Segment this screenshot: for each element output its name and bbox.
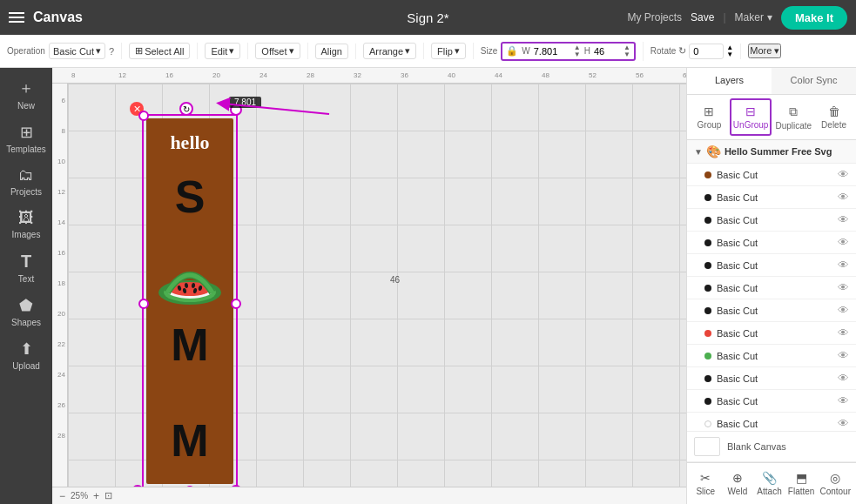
sidebar-item-label-upload: Upload — [12, 361, 40, 371]
layer-color-swatch — [704, 171, 711, 178]
eye-icon[interactable]: 👁 — [838, 417, 849, 430]
upload-icon: ⬆ — [20, 339, 33, 359]
ruler-top: 8 12 16 20 24 28 32 36 40 44 48 52 56 60 — [52, 68, 686, 84]
ungroup-button[interactable]: ⊟ UnGroup — [730, 98, 772, 136]
zoom-in-button[interactable]: + — [93, 490, 99, 502]
select-all-section: ⊞ Select All — [129, 43, 198, 59]
help-icon[interactable]: ? — [109, 46, 114, 57]
ruler-tick: 8 — [71, 71, 75, 79]
group-header[interactable]: ▼ 🎨 Hello Summer Free Svg — [687, 140, 856, 164]
layer-name: Basic Cut — [717, 238, 832, 248]
sidebar-item-images[interactable]: 🖼 Images — [3, 204, 49, 245]
weld-icon: ⊕ — [732, 471, 743, 485]
eye-icon[interactable]: 👁 — [838, 213, 849, 226]
ruler-tick: 28 — [307, 71, 314, 79]
layer-item[interactable]: Basic Cut 👁 — [687, 367, 856, 390]
layer-name: Basic Cut — [717, 351, 832, 361]
my-projects-link[interactable]: My Projects — [627, 11, 682, 24]
eye-icon[interactable]: 👁 — [838, 326, 849, 339]
maker-dropdown[interactable]: Maker ▾ — [735, 11, 772, 24]
arrange-button[interactable]: Arrange ▾ — [363, 43, 416, 59]
weld-button[interactable]: ⊕ Weld — [723, 467, 753, 501]
layer-color-swatch — [704, 375, 711, 382]
height-input[interactable] — [594, 46, 620, 57]
eye-icon[interactable]: 👁 — [838, 349, 849, 362]
make-it-button[interactable]: Make It — [781, 6, 847, 30]
flatten-button[interactable]: ⬒ Flatten — [786, 467, 817, 501]
blank-canvas-row: Blank Canvas — [687, 431, 856, 462]
eye-icon[interactable]: 👁 — [838, 281, 849, 294]
canvas-content[interactable]: hello S — [68, 84, 686, 487]
operation-dropdown[interactable]: Basic Cut ▾ — [49, 43, 105, 59]
blank-canvas-label: Blank Canvas — [727, 441, 786, 452]
sidebar-item-upload[interactable]: ⬆ Upload — [3, 334, 49, 376]
sidebar-item-shapes[interactable]: ⬟ Shapes — [3, 291, 49, 333]
width-down-button[interactable]: ▼ — [574, 51, 581, 58]
zoom-bar: − 25% + ⊡ — [52, 487, 686, 504]
contour-button[interactable]: ◎ Contour — [818, 467, 853, 501]
layer-item[interactable]: Basic Cut 👁 — [687, 209, 856, 232]
layer-color-swatch — [704, 398, 711, 405]
layer-item[interactable]: Basic Cut 👁 — [687, 232, 856, 254]
width-label: W — [522, 46, 529, 56]
layer-item[interactable]: Basic Cut 👁 — [687, 186, 856, 209]
operation-label: Operation — [7, 46, 45, 56]
duplicate-button[interactable]: ⧉ Duplicate — [773, 100, 813, 135]
align-button[interactable]: Align — [315, 44, 348, 59]
rotate-input[interactable] — [689, 44, 724, 59]
flip-button[interactable]: Flip ▾ — [431, 43, 466, 59]
tab-layers[interactable]: Layers — [687, 68, 772, 94]
group-button[interactable]: ⊞ Group — [691, 100, 728, 134]
topbar: Canvas Sign 2* My Projects Save | Maker … — [0, 0, 856, 35]
sidebar-item-projects[interactable]: 🗂 Projects — [3, 161, 49, 202]
eye-icon[interactable]: 👁 — [838, 372, 849, 385]
offset-button[interactable]: Offset ▾ — [255, 43, 300, 59]
eye-icon[interactable]: 👁 — [838, 259, 849, 272]
sidebar-item-new[interactable]: ＋ New — [3, 72, 49, 116]
eye-icon[interactable]: 👁 — [838, 394, 849, 407]
more-button[interactable]: More ▾ — [748, 44, 781, 58]
height-down-button[interactable]: ▼ — [623, 51, 630, 58]
flip-arrow-icon: ▾ — [455, 45, 460, 57]
eye-icon[interactable]: 👁 — [838, 304, 849, 317]
design-object[interactable]: hello S — [146, 118, 233, 484]
ruler-tick: 16 — [165, 71, 173, 79]
layer-name: Basic Cut — [717, 215, 832, 225]
divider: | — [723, 11, 725, 24]
layer-item[interactable]: Basic Cut 👁 — [687, 322, 856, 345]
zoom-out-button[interactable]: − — [59, 490, 65, 502]
ruler-tick: 48 — [542, 71, 549, 79]
rotate-label: Rotate — [650, 46, 676, 56]
eye-icon[interactable]: 👁 — [838, 168, 849, 181]
edit-button[interactable]: Edit ▾ — [205, 43, 240, 59]
canvas-area[interactable]: 8 12 16 20 24 28 32 36 40 44 48 52 56 60… — [52, 68, 686, 504]
attach-button[interactable]: 📎 Attach — [754, 467, 785, 501]
fit-icon[interactable]: ⊡ — [104, 490, 112, 501]
layer-item[interactable]: Basic Cut 👁 — [687, 390, 856, 413]
tab-color-sync[interactable]: Color Sync — [772, 68, 856, 94]
layer-item[interactable]: Basic Cut 👁 — [687, 299, 856, 322]
sidebar-item-label-text: Text — [18, 274, 34, 284]
layer-color-swatch — [704, 262, 711, 269]
delete-button[interactable]: 🗑 Delete — [815, 100, 853, 134]
menu-icon[interactable] — [9, 12, 24, 23]
rotate-down-button[interactable]: ▼ — [726, 51, 733, 58]
offset-arrow-icon: ▾ — [289, 45, 294, 57]
layer-item[interactable]: Basic Cut 👁 — [687, 254, 856, 277]
left-sidebar: ＋ New ⊞ Templates 🗂 Projects 🖼 Images T … — [0, 68, 52, 504]
save-button[interactable]: Save — [691, 11, 714, 24]
eye-icon[interactable]: 👁 — [838, 236, 849, 249]
sidebar-item-templates[interactable]: ⊞ Templates — [3, 118, 49, 159]
sidebar-item-text[interactable]: T Text — [3, 246, 49, 289]
layer-color-swatch — [704, 285, 711, 292]
layer-item[interactable]: Basic Cut 👁 — [687, 413, 856, 431]
layer-item[interactable]: Basic Cut 👁 — [687, 164, 856, 186]
width-input[interactable] — [534, 46, 570, 57]
layer-item[interactable]: Basic Cut 👁 — [687, 277, 856, 299]
size-input-group: 🔒 W ▲ ▼ H ▲ ▼ — [501, 42, 636, 61]
select-all-button[interactable]: ⊞ Select All — [129, 43, 190, 59]
eye-icon[interactable]: 👁 — [838, 191, 849, 204]
attach-icon: 📎 — [762, 471, 777, 485]
slice-button[interactable]: ✂ Slice — [691, 467, 721, 501]
layer-item[interactable]: Basic Cut 👁 — [687, 345, 856, 367]
